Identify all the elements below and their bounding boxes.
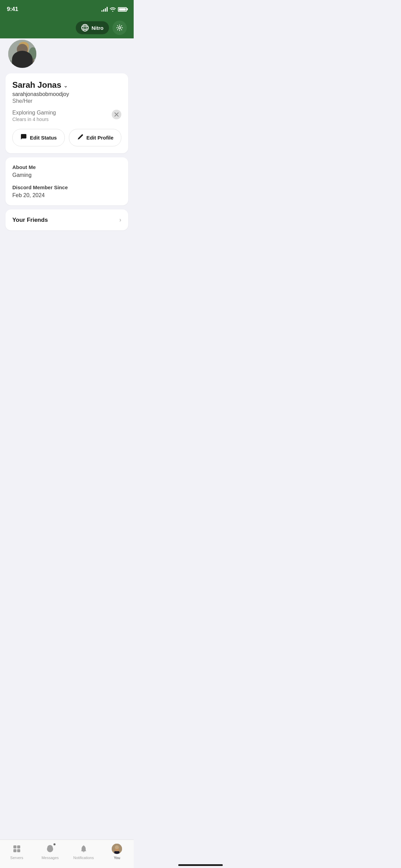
status-row: Exploring Gaming Clears in 4 hours xyxy=(12,110,121,122)
svg-point-8 xyxy=(19,42,29,50)
chevron-down-icon[interactable]: ⌄ xyxy=(63,82,68,89)
avatar-section xyxy=(0,38,134,69)
close-icon xyxy=(114,112,119,117)
wifi-icon xyxy=(110,7,116,12)
friends-label: Your Friends xyxy=(12,217,48,224)
avatar-image xyxy=(8,40,36,68)
nitro-button[interactable]: Nitro xyxy=(76,21,109,34)
settings-button[interactable] xyxy=(112,21,127,35)
friends-card[interactable]: Your Friends › xyxy=(5,209,128,230)
svg-point-11 xyxy=(25,48,26,50)
chevron-right-icon: › xyxy=(119,216,121,224)
status-icons xyxy=(101,7,127,12)
signal-icon xyxy=(101,7,108,12)
svg-rect-6 xyxy=(8,60,36,68)
clear-status-button[interactable] xyxy=(112,110,121,119)
status-time: 9:41 xyxy=(7,6,18,13)
svg-point-10 xyxy=(21,48,23,50)
status-text: Exploring Gaming Clears in 4 hours xyxy=(12,110,112,122)
about-me-value: Gaming xyxy=(12,172,121,178)
status-activity: Exploring Gaming xyxy=(12,110,112,116)
nitro-label: Nitro xyxy=(92,25,104,31)
gear-icon xyxy=(116,24,123,31)
nitro-icon xyxy=(81,24,89,32)
profile-name-row: Sarah Jonas ⌄ xyxy=(12,80,121,90)
friends-card-inner: Your Friends › xyxy=(12,216,121,224)
about-card: About Me Gaming Discord Member Since Feb… xyxy=(5,157,128,205)
chat-icon xyxy=(20,133,27,142)
svg-point-3 xyxy=(119,27,121,29)
svg-rect-13 xyxy=(32,59,34,65)
profile-pronouns: She/Her xyxy=(12,98,121,104)
profile-username: sarahjonasbobmoodjoy xyxy=(12,91,121,97)
edit-profile-button[interactable]: Edit Profile xyxy=(69,129,121,146)
edit-profile-label: Edit Profile xyxy=(86,135,113,141)
battery-icon xyxy=(118,7,127,12)
edit-status-label: Edit Status xyxy=(30,135,57,141)
action-buttons: Edit Status Edit Profile xyxy=(12,129,121,146)
pencil-icon xyxy=(77,133,84,142)
status-clears: Clears in 4 hours xyxy=(12,117,112,122)
avatar xyxy=(7,38,38,69)
status-bar: 9:41 xyxy=(0,0,134,17)
member-since-value: Feb 20, 2024 xyxy=(12,192,121,198)
edit-status-button[interactable]: Edit Status xyxy=(12,129,65,146)
about-me-label: About Me xyxy=(12,164,121,170)
profile-name: Sarah Jonas xyxy=(12,80,61,90)
profile-card: Sarah Jonas ⌄ sarahjonasbobmoodjoy She/H… xyxy=(5,73,128,153)
member-since-label: Discord Member Since xyxy=(12,184,121,190)
svg-rect-9 xyxy=(22,55,25,58)
